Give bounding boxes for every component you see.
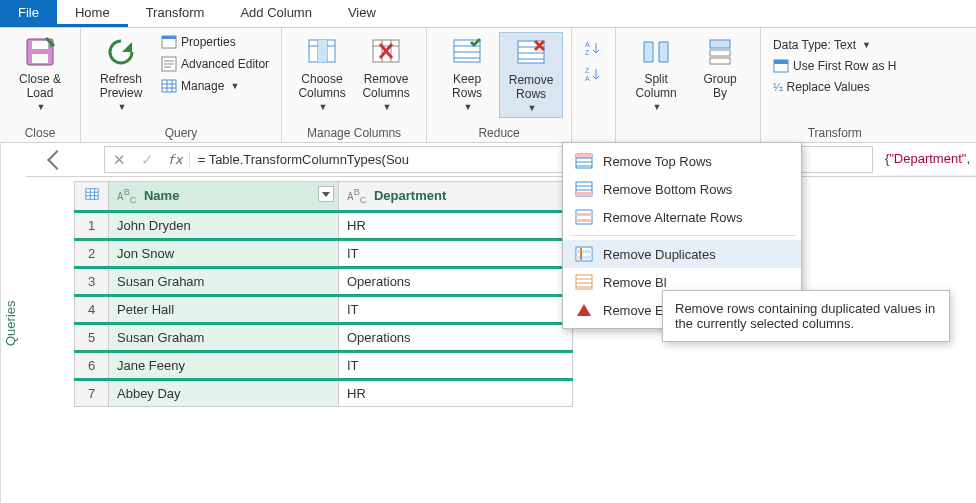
sort-asc-icon: AZ <box>584 40 600 56</box>
svg-rect-27 <box>576 192 592 196</box>
cell-name[interactable]: Jon Snow <box>109 239 339 267</box>
remove-cols-label: Remove Columns <box>362 72 409 100</box>
row-number[interactable]: 2 <box>75 239 109 267</box>
table-row[interactable]: 4Peter HallIT <box>75 295 573 323</box>
svg-rect-19 <box>710 50 730 56</box>
formula-continuation: {"Department", <box>879 143 976 176</box>
group-by-button[interactable]: Group By <box>688 32 752 102</box>
remove-bottom-icon <box>575 181 593 197</box>
queries-pane-tab[interactable]: Queries <box>0 143 26 503</box>
replace-icon: ¹⁄₂ <box>773 81 783 94</box>
corner-cell[interactable] <box>75 182 109 212</box>
chevron-down-icon: ▼ <box>653 100 662 114</box>
keep-rows-button[interactable]: Keep Rows▼ <box>435 32 499 116</box>
cell-department[interactable]: Operations <box>339 267 573 295</box>
choose-columns-button[interactable]: Choose Columns▼ <box>290 32 354 116</box>
cell-department[interactable]: IT <box>339 239 573 267</box>
svg-rect-33 <box>576 256 592 259</box>
remove-columns-button[interactable]: Remove Columns▼ <box>354 32 418 116</box>
sort-desc-button[interactable]: ZA <box>580 64 604 84</box>
cell-department[interactable]: Operations <box>339 323 573 351</box>
cell-name[interactable]: Jane Feeny <box>109 351 339 379</box>
svg-text:Z: Z <box>585 49 590 56</box>
group-label-reduce: Reduce <box>435 124 563 140</box>
group-label-manage-cols: Manage Columns <box>290 124 418 140</box>
cell-department[interactable]: HR <box>339 379 573 406</box>
sort-desc-icon: ZA <box>584 66 600 82</box>
table-row[interactable]: 1John DrydenHR <box>75 211 573 239</box>
svg-text:A: A <box>585 75 590 82</box>
group-transform: Data Type: Text▼ Use First Row as H ¹⁄₂ … <box>761 28 908 142</box>
sort-asc-button[interactable]: AZ <box>580 38 604 58</box>
tab-add-column[interactable]: Add Column <box>222 0 330 27</box>
cell-department[interactable]: IT <box>339 295 573 323</box>
group-reduce-rows: Keep Rows▼ Remove Rows▼ Reduce <box>427 28 572 142</box>
chevron-down-icon: ▼ <box>862 40 871 50</box>
firstrow-label: Use First Row as H <box>793 59 896 73</box>
cell-name[interactable]: John Dryden <box>109 211 339 239</box>
advanced-editor-button[interactable]: Advanced Editor <box>157 54 273 74</box>
first-row-headers-button[interactable]: Use First Row as H <box>769 56 900 76</box>
column-filter-button[interactable] <box>318 186 334 202</box>
group-manage-columns: Choose Columns▼ Remove Columns▼ Manage C… <box>282 28 427 142</box>
remove-rows-icon <box>515 37 547 69</box>
cancel-formula-icon[interactable]: ✕ <box>105 151 133 169</box>
menu-remove-alternate-rows[interactable]: Remove Alternate Rows <box>563 203 801 231</box>
chevron-down-icon: ▼ <box>319 100 328 114</box>
split-label: Split Column <box>635 72 676 100</box>
chevron-down-icon: ▼ <box>230 81 239 91</box>
replace-label: Replace Values <box>787 80 870 94</box>
split-column-button[interactable]: Split Column▼ <box>624 32 688 116</box>
cell-department[interactable]: IT <box>339 351 573 379</box>
svg-rect-22 <box>774 60 788 64</box>
table-row[interactable]: 3Susan GrahamOperations <box>75 267 573 295</box>
datatype-label: Data Type: Text <box>773 38 856 52</box>
tab-file[interactable]: File <box>0 0 57 27</box>
tab-transform[interactable]: Transform <box>128 0 223 27</box>
refresh-preview-button[interactable]: Refresh Preview▼ <box>89 32 153 116</box>
svg-rect-17 <box>659 42 668 62</box>
cell-name[interactable]: Susan Graham <box>109 323 339 351</box>
group-split: Split Column▼ Group By <box>616 28 761 142</box>
menu-remove-top-rows[interactable]: Remove Top Rows <box>563 147 801 175</box>
table-row[interactable]: 7Abbey DayHR <box>75 379 573 406</box>
manage-button[interactable]: Manage▼ <box>157 76 273 96</box>
menu-remove-duplicates[interactable]: Remove Duplicates <box>563 240 801 268</box>
expand-queries-button[interactable] <box>26 143 88 176</box>
properties-button[interactable]: Properties <box>157 32 273 52</box>
col-name-label: Name <box>144 188 179 203</box>
replace-values-button[interactable]: ¹⁄₂ Replace Values <box>769 78 900 96</box>
row-number[interactable]: 5 <box>75 323 109 351</box>
row-number[interactable]: 1 <box>75 211 109 239</box>
column-header-name[interactable]: ABC Name <box>109 182 339 212</box>
svg-rect-8 <box>318 40 327 62</box>
row-number[interactable]: 7 <box>75 379 109 406</box>
tab-home[interactable]: Home <box>57 0 128 27</box>
group-close: Close & Load▼ Close <box>0 28 81 142</box>
remove-alt-icon <box>575 209 593 225</box>
table-row[interactable]: 6Jane FeenyIT <box>75 351 573 379</box>
tab-view[interactable]: View <box>330 0 394 27</box>
commit-formula-icon[interactable]: ✓ <box>133 151 161 169</box>
row-number[interactable]: 4 <box>75 295 109 323</box>
remove-rows-button[interactable]: Remove Rows▼ <box>499 32 563 118</box>
groupby-label: Group By <box>703 72 736 100</box>
svg-rect-20 <box>710 58 730 64</box>
row-number[interactable]: 3 <box>75 267 109 295</box>
formula-text[interactable]: = Table.TransformColumnTypes(Sou <box>190 152 417 167</box>
chevron-down-icon: ▼ <box>383 100 392 114</box>
table-row[interactable]: 2Jon SnowIT <box>75 239 573 267</box>
data-type-button[interactable]: Data Type: Text▼ <box>769 36 900 54</box>
menu-separator <box>569 235 795 236</box>
chevron-down-icon: ▼ <box>528 101 537 115</box>
close-and-load-button[interactable]: Close & Load▼ <box>8 32 72 116</box>
remove-rows-label: Remove Rows <box>509 73 554 101</box>
cell-name[interactable]: Peter Hall <box>109 295 339 323</box>
cell-name[interactable]: Susan Graham <box>109 267 339 295</box>
row-number[interactable]: 6 <box>75 351 109 379</box>
table-row[interactable]: 5Susan GrahamOperations <box>75 323 573 351</box>
menu-remove-bottom-rows[interactable]: Remove Bottom Rows <box>563 175 801 203</box>
column-header-department[interactable]: ABC Department <box>339 182 573 212</box>
cell-name[interactable]: Abbey Day <box>109 379 339 406</box>
cell-department[interactable]: HR <box>339 211 573 239</box>
